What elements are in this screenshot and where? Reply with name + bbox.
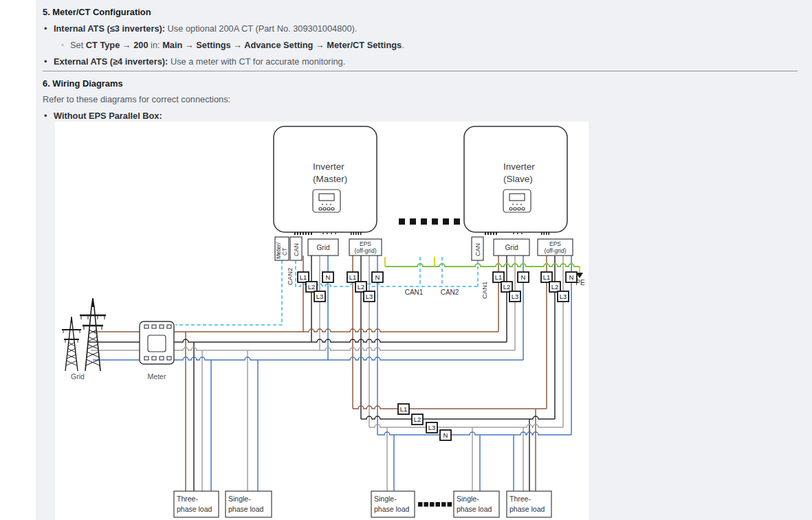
grid-bus-n (174, 357, 523, 360)
wire-label: L1 (495, 273, 503, 281)
inverter-master: Inverter (Master) (274, 126, 377, 235)
wire-label: N (326, 273, 331, 281)
grid-caption: Grid (71, 372, 85, 381)
can-comm-lines: CAN1 CAN2 CAN2 CAN1 (175, 257, 488, 325)
sub-bullet-line: Set CT Type → 200 in: Main → Settings → … (70, 40, 404, 50)
sub-mid: in: (149, 40, 163, 50)
port-can-label: CAN (293, 243, 300, 256)
sub-bullet-glyph: ◦ (61, 41, 64, 49)
port-can-label: CAN (474, 243, 481, 256)
more-loads-dots (418, 502, 452, 507)
wire-label: L2 (358, 283, 365, 291)
wire-label: N (443, 431, 448, 439)
bullet1-line: Internal ATS (≤3 inverters): Use optiona… (54, 23, 357, 34)
bullet2-text: Use a meter with CT for accurate monitor… (168, 56, 345, 67)
meter-comm-line (175, 260, 282, 325)
eps-bus-l1 (353, 406, 547, 409)
bullet3-bold: Without EPS Parallel Box: (54, 111, 162, 121)
bullet2-bold: External ATS (≥4 inverters): (54, 56, 168, 67)
port-eps-label2: (off-grid) (355, 247, 377, 254)
port-eps-label1: EPS (360, 240, 371, 247)
port-meter-ct-label2: CT (281, 248, 288, 256)
eps-bus-n (377, 432, 571, 435)
meter: Meter (140, 321, 174, 381)
document-page: 5. Meter/CT Configuration • Internal ATS… (0, 0, 812, 520)
wire-label: N (375, 273, 380, 281)
wire-label: N (521, 273, 526, 281)
bullet1-text: Use optional 200A CT (Part No. 309301004… (165, 23, 357, 34)
section6-intro: Refer to these diagrams for correct conn… (43, 94, 230, 104)
slave-can1-label: CAN1 (481, 282, 488, 299)
eps-bus-l3 (369, 425, 563, 427)
load-label: Three- (177, 495, 198, 503)
section-divider (43, 71, 798, 71)
bullet1-bold: Internal ATS (≤3 inverters): (54, 23, 165, 34)
load-label: phase load (457, 505, 492, 513)
load-label: phase load (177, 505, 212, 513)
sub-bold2: Main → Settings → Advance Setting → Mete… (162, 40, 402, 50)
wire-label: L1 (400, 405, 408, 413)
wire-label: L2 (503, 283, 511, 291)
bullet-glyph: • (44, 56, 47, 67)
wire-label: L2 (551, 283, 559, 291)
port-eps-label2: (off-grid) (545, 247, 567, 254)
grid-towers-icon: Grid (62, 298, 106, 381)
inverter-slave-label2: (Slave) (503, 174, 533, 184)
port-eps-label1: EPS (549, 240, 561, 247)
sub-end: . (402, 40, 404, 50)
load-label: phase load (509, 505, 545, 513)
bullet-glyph: • (44, 111, 47, 121)
wiring-diagram-image[interactable]: Inverter (Master) Inverter (Slave) (55, 122, 589, 520)
meter-caption: Meter (148, 372, 166, 381)
wiring-diagram-svg: Inverter (Master) Inverter (Slave) (55, 122, 589, 520)
can1-label: CAN1 (405, 289, 424, 296)
grid-bus-l1 (174, 329, 498, 332)
wire-label-boxes: L1 N L2 L3 L1 N L2 L3 L1 N L2 L3 L1 N L2 (298, 272, 577, 440)
master-can2-label: CAN2 (286, 268, 294, 285)
wire-label: N (569, 273, 574, 281)
wire-label: L3 (560, 293, 567, 300)
port-grid-label: Grid (317, 244, 330, 251)
section6-title: 6. Wiring Diagrams (43, 78, 123, 89)
bullet-glyph: • (44, 23, 47, 34)
wire-label: L3 (316, 293, 324, 300)
grid-bus-l2 (174, 339, 507, 342)
wire-label: L3 (428, 424, 436, 431)
port-grid-label: Grid (505, 244, 518, 251)
wire-label: L2 (308, 283, 316, 291)
inverter-slave-label1: Inverter (503, 161, 535, 172)
load-label: Single- (374, 495, 397, 503)
load-label: Three- (509, 495, 531, 503)
wire-label: L1 (300, 273, 307, 281)
wire-label: L3 (366, 293, 373, 300)
can2-label: CAN2 (441, 289, 459, 296)
sub-bold1: CT Type → 200 (86, 40, 149, 50)
load-label: Single- (457, 495, 479, 503)
grid-bus-l3 (174, 348, 515, 350)
load-label: phase load (228, 505, 264, 513)
load-label: Single- (228, 495, 251, 503)
eps-bus-lines (353, 406, 571, 435)
inverter-slave: Inverter (Slave) (464, 126, 567, 235)
eps-bus-l2 (361, 416, 555, 419)
wire-label: L3 (512, 293, 519, 300)
load-boxes: Three- phase load Single- phase load Sin… (174, 491, 551, 517)
section5-title: 5. Meter/CT Configuration (43, 7, 151, 17)
more-inverters-dots (399, 218, 460, 225)
wire-label: L1 (543, 273, 551, 281)
load-label: phase load (374, 505, 410, 513)
wire-label: L2 (414, 416, 421, 423)
bullet2-line: External ATS (≥4 inverters): Use a meter… (54, 56, 345, 67)
inverter-master-label2: (Master) (313, 174, 347, 184)
inverter-master-label1: Inverter (313, 161, 344, 172)
wire-label: L1 (349, 273, 357, 281)
sub-pre: Set (70, 40, 86, 50)
pe-bus (385, 264, 580, 267)
